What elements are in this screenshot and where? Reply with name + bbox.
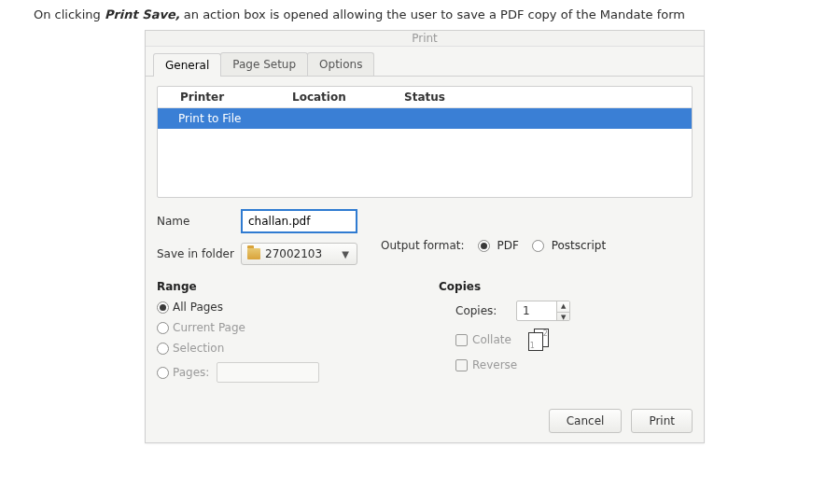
radio-postscript[interactable]	[532, 240, 544, 252]
folder-combo[interactable]: 27002103 ▼	[241, 243, 357, 265]
copies-value[interactable]: 1	[517, 301, 556, 320]
copies-label: Copies:	[455, 304, 516, 317]
check-collate[interactable]	[455, 334, 468, 346]
pages-input[interactable]	[217, 362, 319, 383]
print-dialog: Print General Page Setup Options Printer…	[145, 30, 705, 443]
dialog-title: Print	[146, 31, 704, 47]
tab-page-setup[interactable]: Page Setup	[220, 52, 308, 76]
tab-bar: General Page Setup Options	[146, 47, 704, 77]
chevron-down-icon: ▼	[342, 249, 349, 259]
tab-body-general: Printer Location Status Print to File Na…	[146, 77, 704, 401]
radio-pdf-label: PDF	[497, 239, 518, 252]
copies-section: Copies Copies: 1 ▲ ▼ Collate	[439, 280, 693, 390]
radio-all-pages[interactable]	[157, 301, 169, 314]
copies-title: Copies	[439, 280, 693, 293]
collate-icon: 21	[528, 329, 554, 351]
radio-selection[interactable]	[157, 343, 169, 355]
col-printer: Printer	[180, 91, 292, 104]
printer-row-print-to-file[interactable]: Print to File	[158, 108, 692, 129]
caption-prefix: On clicking	[34, 7, 105, 21]
radio-postscript-wrap[interactable]: Postscript	[532, 239, 606, 252]
name-label: Name	[157, 215, 241, 228]
radio-pdf[interactable]	[478, 240, 490, 252]
filename-input[interactable]	[241, 209, 357, 233]
folder-label: Save in folder	[157, 247, 241, 260]
print-button[interactable]: Print	[631, 409, 693, 433]
printer-list[interactable]: Printer Location Status Print to File	[157, 86, 693, 198]
output-format-label: Output format:	[381, 239, 465, 252]
tab-options[interactable]: Options	[307, 52, 374, 76]
collate-label: Collate	[472, 333, 511, 346]
radio-pdf-wrap[interactable]: PDF	[478, 239, 519, 252]
radio-postscript-label: Postscript	[552, 239, 607, 252]
cancel-button[interactable]: Cancel	[549, 409, 623, 433]
copies-up-icon[interactable]: ▲	[557, 301, 569, 313]
printer-list-header: Printer Location Status	[158, 87, 692, 108]
range-all-pages[interactable]: All Pages	[157, 301, 411, 314]
radio-pages[interactable]	[157, 367, 169, 379]
range-selection[interactable]: Selection	[157, 342, 411, 355]
reverse-label: Reverse	[472, 358, 517, 371]
copies-down-icon[interactable]: ▼	[557, 313, 569, 321]
range-current-page[interactable]: Current Page	[157, 321, 411, 334]
folder-value: 27002103	[265, 247, 322, 260]
radio-current-page[interactable]	[157, 322, 169, 334]
caption-suffix: an action box is opened allowing the use…	[180, 7, 685, 21]
dialog-footer: Cancel Print	[146, 401, 704, 442]
range-title: Range	[157, 280, 411, 293]
tab-general[interactable]: General	[153, 53, 221, 77]
instruction-caption: On clicking Print Save, an action box is…	[34, 7, 685, 21]
col-status: Status	[404, 91, 445, 104]
col-location: Location	[292, 91, 404, 104]
check-reverse[interactable]	[455, 359, 468, 371]
copies-spinner[interactable]: 1 ▲ ▼	[516, 301, 570, 321]
range-pages[interactable]: Pages:	[157, 362, 411, 383]
caption-bold: Print Save,	[105, 7, 180, 21]
range-section: Range All Pages Current Page Selection P…	[157, 280, 411, 390]
folder-icon	[247, 248, 260, 259]
